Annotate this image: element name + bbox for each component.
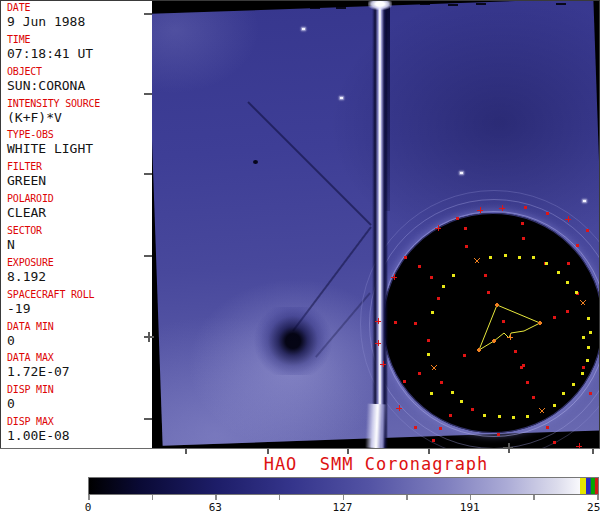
red-fiducial-dot xyxy=(526,381,529,384)
red-fiducial-dot xyxy=(463,354,466,357)
yellow-limb-dot xyxy=(489,256,492,259)
red-fiducial-dot xyxy=(522,237,525,240)
colorbar-tick xyxy=(279,495,281,500)
colorbar-tick xyxy=(533,495,535,500)
metadata-label: POLAROID xyxy=(7,194,54,204)
colorbar-tick xyxy=(343,495,345,500)
overlay-markers xyxy=(152,0,600,448)
yellow-limb-dot xyxy=(532,256,535,259)
metadata-value: -19 xyxy=(7,302,94,315)
red-plus-marker xyxy=(396,405,402,411)
yellow-limb-dot xyxy=(581,372,584,375)
metadata-label: SECTOR xyxy=(7,226,42,236)
red-fiducial-dot xyxy=(449,414,452,417)
yellow-limb-dot xyxy=(442,285,445,288)
yellow-limb-dot xyxy=(483,414,486,417)
metadata-label: DATA MAX xyxy=(7,353,70,363)
red-fiducial-dot xyxy=(582,366,585,369)
yellow-limb-dot xyxy=(431,311,434,314)
red-fiducial-dot xyxy=(439,427,442,430)
red-plus-marker xyxy=(391,274,397,280)
red-fiducial-dot xyxy=(576,244,579,247)
yellow-limb-dot xyxy=(582,336,585,339)
orange-x-marker xyxy=(475,259,480,264)
red-fiducial-dot xyxy=(553,316,556,319)
yellow-limb-dot xyxy=(562,392,565,395)
left-axis-tick xyxy=(144,93,152,95)
colorbar-tick xyxy=(470,495,472,500)
red-plus-marker xyxy=(375,340,381,346)
colorbar-tick xyxy=(88,495,90,500)
red-fiducial-dot xyxy=(546,212,549,215)
left-axis-tick xyxy=(144,173,152,175)
metadata-entry: SECTORN xyxy=(7,226,42,251)
red-plus-marker xyxy=(499,205,505,211)
yellow-limb-dot xyxy=(504,254,507,257)
red-fiducial-dot xyxy=(586,229,589,232)
yellow-limb-dot xyxy=(575,291,578,294)
red-fiducial-dot xyxy=(589,392,592,395)
left-axis-tick xyxy=(144,418,152,420)
red-fiducial-dot xyxy=(497,433,500,436)
red-fiducial-dot xyxy=(532,396,535,399)
yellow-limb-dot xyxy=(451,391,454,394)
metadata-value: GREEN xyxy=(7,174,46,187)
red-fiducial-dot xyxy=(566,310,569,313)
red-fiducial-dot xyxy=(432,439,435,442)
colorbar-tick-label: 255 xyxy=(575,502,600,512)
red-fiducial-dot xyxy=(524,206,527,209)
yellow-limb-dot xyxy=(430,392,433,395)
metadata-entry: INTENSITY SOURCE(K+F)*V xyxy=(7,99,100,124)
red-plus-marker xyxy=(380,361,386,367)
metadata-value: 8.192 xyxy=(7,270,54,283)
metadata-value: CLEAR xyxy=(7,206,54,219)
metadata-entry: DATE9 Jun 1988 xyxy=(7,3,85,28)
yellow-limb-dot xyxy=(589,331,592,334)
red-fiducial-dot xyxy=(430,276,433,279)
metadata-label: INTENSITY SOURCE xyxy=(7,99,100,109)
yellow-limb-dot xyxy=(526,415,529,418)
polygon-vertex-dot xyxy=(492,339,496,343)
red-fiducial-dot xyxy=(404,256,407,259)
colorbar-tick-label: 191 xyxy=(448,502,492,512)
metadata-label: TYPE-OBS xyxy=(7,130,93,140)
metadata-entry: FILTERGREEN xyxy=(7,162,46,187)
yellow-limb-dot xyxy=(498,415,501,418)
metadata-label: EXPOSURE xyxy=(7,258,54,268)
metadata-label: OBJECT xyxy=(7,67,85,77)
colorbar-tick xyxy=(152,495,154,500)
metadata-value: N xyxy=(7,238,42,251)
red-fiducial-dot xyxy=(514,350,517,353)
red-fiducial-dot xyxy=(546,426,549,429)
polygon-vertex-dot xyxy=(477,348,481,352)
metadata-value: 0 xyxy=(7,334,54,347)
red-fiducial-dot xyxy=(440,381,443,384)
metadata-label: FILTER xyxy=(7,162,46,172)
metadata-value: 07:18:41 UT xyxy=(7,47,93,60)
metadata-value: 9 Jun 1988 xyxy=(7,15,85,28)
colorbar-tick-label: 63 xyxy=(193,502,237,512)
metadata-value: (K+F)*V xyxy=(7,111,100,124)
red-plus-marker xyxy=(576,443,582,448)
metadata-entry: EXPOSURE8.192 xyxy=(7,258,54,283)
yellow-limb-dot xyxy=(518,256,521,259)
red-fiducial-dot xyxy=(520,366,523,369)
feature-polygon xyxy=(479,305,540,350)
red-plus-marker xyxy=(477,207,483,213)
metadata-label: DATE xyxy=(7,3,85,13)
red-plus-marker xyxy=(435,225,441,231)
metadata-label: SPACECRAFT ROLL xyxy=(7,290,94,300)
metadata-label: TIME xyxy=(7,35,93,45)
red-fiducial-dot xyxy=(414,322,417,325)
red-fiducial-dot xyxy=(464,227,467,230)
orange-x-marker xyxy=(432,366,437,371)
left-axis-tick xyxy=(144,255,152,257)
image-panel xyxy=(152,0,600,448)
red-fiducial-dot xyxy=(484,274,487,277)
red-fiducial-dot xyxy=(471,408,474,411)
colorbar-tick xyxy=(215,495,217,500)
metadata-sidebar: DATE9 Jun 1988TIME07:18:41 UTOBJECTSUN:C… xyxy=(0,0,150,448)
colorbar-tick-label: 0 xyxy=(66,502,110,512)
coronagraph-viewer: DATE9 Jun 1988TIME07:18:41 UTOBJECTSUN:C… xyxy=(0,0,600,512)
colorbar xyxy=(88,477,599,495)
